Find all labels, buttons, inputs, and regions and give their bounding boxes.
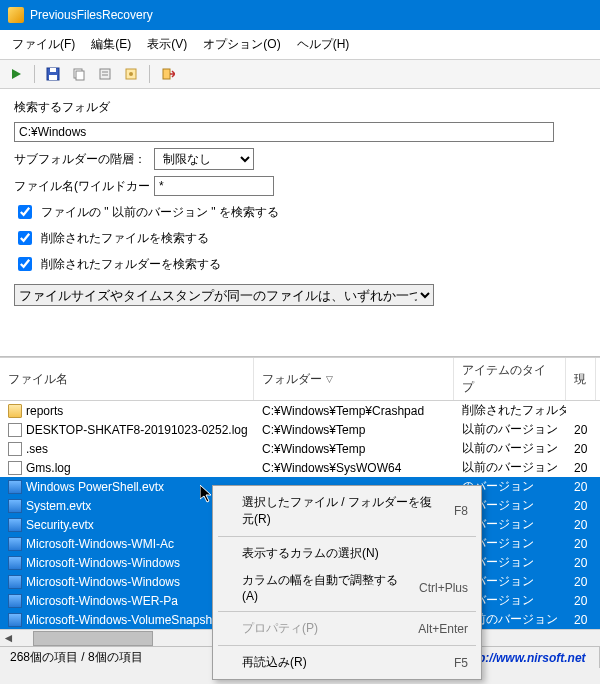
- item-date: 20: [566, 499, 596, 513]
- ctx-separator: [218, 536, 476, 537]
- search-folder-label: 検索するフォルダ: [14, 99, 586, 116]
- sort-desc-icon: ▽: [326, 374, 333, 384]
- table-row[interactable]: reportsC:¥Windows¥Temp¥Crashpad削除されたフォルダ…: [0, 401, 600, 420]
- file-name: Windows PowerShell.evtx: [26, 480, 164, 494]
- item-date: 20: [566, 594, 596, 608]
- search-form: 検索するフォルダ サブフォルダーの階層： 制限なし ファイル名(ワイルドカー フ…: [0, 89, 600, 357]
- scroll-thumb[interactable]: [33, 631, 153, 646]
- item-date: 20: [566, 613, 596, 627]
- toolbar-separator: [149, 65, 150, 83]
- file-name: .ses: [26, 442, 48, 456]
- file-folder: C:¥Windows¥SysWOW64: [254, 461, 454, 475]
- subfolder-depth-select[interactable]: 制限なし: [154, 148, 254, 170]
- menu-options[interactable]: オプション(O): [197, 34, 286, 55]
- list-header: ファイル名 フォルダー ▽ アイテムのタイプ 現: [0, 357, 600, 401]
- chk-deleted-files-label: 削除されたファイルを検索する: [41, 230, 209, 247]
- file-name: reports: [26, 404, 63, 418]
- item-date: 20: [566, 518, 596, 532]
- menubar: ファイル(F) 編集(E) 表示(V) オプション(O) ヘルプ(H): [0, 30, 600, 60]
- ctx-separator: [218, 645, 476, 646]
- chk-prev-versions-label: ファイルの " 以前のバージョン " を検索する: [41, 204, 279, 221]
- chk-prev-versions[interactable]: [18, 205, 32, 219]
- menu-file[interactable]: ファイル(F): [6, 34, 81, 55]
- dedup-select[interactable]: ファイルサイズやタイムスタンプが同一のファイルは、いずれか一つのみを表示する: [14, 284, 434, 306]
- svg-rect-2: [49, 75, 57, 80]
- table-row[interactable]: DESKTOP-SHKATF8-20191023-0252.logC:¥Wind…: [0, 420, 600, 439]
- ctx-properties: プロパティ(P) Alt+Enter: [216, 615, 478, 642]
- item-type: 以前のバージョン: [454, 440, 566, 457]
- chk-deleted-folders[interactable]: [18, 257, 32, 271]
- titlebar: PreviousFilesRecovery: [0, 0, 600, 30]
- file-name: Security.evtx: [26, 518, 94, 532]
- ctx-refresh-label: 再読込み(R): [242, 654, 442, 671]
- file-name: System.evtx: [26, 499, 91, 513]
- svg-rect-5: [76, 71, 84, 80]
- menu-help[interactable]: ヘルプ(H): [291, 34, 356, 55]
- ctx-properties-accel: Alt+Enter: [418, 622, 468, 636]
- evtx-icon: [8, 518, 22, 532]
- file-name: Gms.log: [26, 461, 71, 475]
- app-icon: [8, 7, 24, 23]
- scroll-left-icon[interactable]: ◄: [0, 630, 17, 647]
- wildcard-input[interactable]: [154, 176, 274, 196]
- item-type: 削除されたフォルダー: [454, 402, 566, 419]
- ctx-refresh[interactable]: 再読込み(R) F5: [216, 649, 478, 676]
- ctx-refresh-accel: F5: [454, 656, 468, 670]
- options-icon[interactable]: [121, 64, 141, 84]
- col-folder[interactable]: フォルダー ▽: [254, 358, 454, 400]
- exit-icon[interactable]: [158, 64, 178, 84]
- table-row[interactable]: Gms.logC:¥Windows¥SysWOW64以前のバージョン20: [0, 458, 600, 477]
- file-name: Microsoft-Windows-Windows: [26, 556, 180, 570]
- properties-icon[interactable]: [95, 64, 115, 84]
- evtx-icon: [8, 556, 22, 570]
- col-filename[interactable]: ファイル名: [0, 358, 254, 400]
- save-icon[interactable]: [43, 64, 63, 84]
- item-date: 20: [566, 480, 596, 494]
- item-type: 以前のバージョン: [454, 421, 566, 438]
- ctx-recover[interactable]: 選択したファイル / フォルダーを復元(R) F8: [216, 489, 478, 533]
- evtx-icon: [8, 537, 22, 551]
- svg-marker-0: [12, 69, 21, 79]
- evtx-icon: [8, 575, 22, 589]
- item-date: 20: [566, 423, 596, 437]
- evtx-icon: [8, 480, 22, 494]
- ctx-autosize-label: カラムの幅を自動で調整する(A): [242, 572, 407, 603]
- window-title: PreviousFilesRecovery: [30, 8, 153, 22]
- svg-point-10: [129, 72, 133, 76]
- log-icon: [8, 461, 22, 475]
- ctx-choose-columns[interactable]: 表示するカラムの選択(N): [216, 540, 478, 567]
- ctx-autosize-accel: Ctrl+Plus: [419, 581, 468, 595]
- chk-deleted-files[interactable]: [18, 231, 32, 245]
- wildcard-label: ファイル名(ワイルドカー: [14, 178, 154, 195]
- ctx-autosize-columns[interactable]: カラムの幅を自動で調整する(A) Ctrl+Plus: [216, 567, 478, 608]
- file-name: Microsoft-Windows-Windows: [26, 575, 180, 589]
- menu-view[interactable]: 表示(V): [141, 34, 193, 55]
- evtx-icon: [8, 499, 22, 513]
- ctx-choose-columns-label: 表示するカラムの選択(N): [242, 545, 468, 562]
- chk-deleted-folders-label: 削除されたフォルダーを検索する: [41, 256, 221, 273]
- search-folder-input[interactable]: [14, 122, 554, 142]
- toolbar-separator: [34, 65, 35, 83]
- log-icon: [8, 442, 22, 456]
- play-icon[interactable]: [6, 64, 26, 84]
- folder-icon: [8, 404, 22, 418]
- col-date[interactable]: 現: [566, 358, 596, 400]
- item-date: 20: [566, 575, 596, 589]
- col-folder-label: フォルダー: [262, 371, 322, 388]
- file-folder: C:¥Windows¥Temp¥Crashpad: [254, 404, 454, 418]
- col-type[interactable]: アイテムのタイプ: [454, 358, 566, 400]
- evtx-icon: [8, 594, 22, 608]
- table-row[interactable]: .sesC:¥Windows¥Temp以前のバージョン20: [0, 439, 600, 458]
- item-date: 20: [566, 461, 596, 475]
- ctx-properties-label: プロパティ(P): [242, 620, 406, 637]
- copy-icon[interactable]: [69, 64, 89, 84]
- item-date: 20: [566, 442, 596, 456]
- ctx-recover-accel: F8: [454, 504, 468, 518]
- item-type: 以前のバージョン: [454, 459, 566, 476]
- toolbar: [0, 60, 600, 89]
- svg-rect-11: [163, 69, 170, 79]
- file-name: Microsoft-Windows-WER-Pa: [26, 594, 178, 608]
- item-date: 20: [566, 537, 596, 551]
- menu-edit[interactable]: 編集(E): [85, 34, 137, 55]
- evtx-icon: [8, 613, 22, 627]
